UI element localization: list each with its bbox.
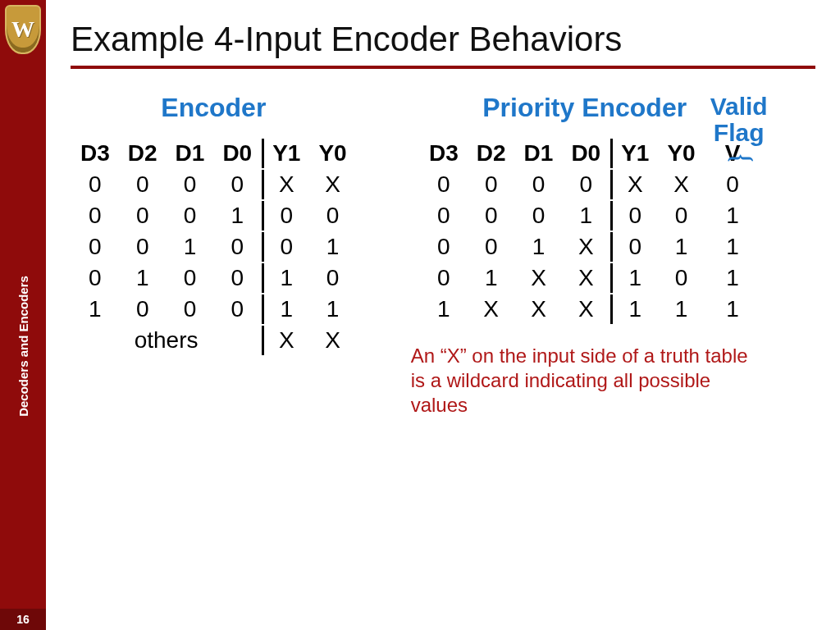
table-row: 0000XX (72, 170, 355, 199)
priority-title: Priority Encoder (482, 94, 687, 122)
col-d2: D2 (120, 139, 166, 168)
table-row: 001001 (72, 232, 355, 262)
valid-flag-label-group: Valid Flag ︷ (690, 94, 788, 162)
crest-letter: W (11, 16, 34, 43)
table-row: 0000XX0 (421, 170, 748, 199)
col-d3: D3 (421, 139, 467, 168)
col-y0: Y0 (310, 139, 354, 168)
table-header: D3 D2 D1 D0 Y1 Y0 (72, 139, 355, 168)
brace-icon: ︷ (690, 145, 788, 162)
col-d2: D2 (468, 139, 514, 168)
tables-row: Encoder D3 D2 D1 D0 Y1 Y0 0000XX 000100 … (71, 94, 815, 418)
table-row: 000100 (72, 201, 355, 231)
wildcard-note: An “X” on the input side of a truth tabl… (411, 344, 764, 418)
col-d0: D0 (563, 139, 609, 168)
col-y1: Y1 (262, 139, 308, 168)
col-d3: D3 (72, 139, 118, 168)
col-d1: D1 (516, 139, 562, 168)
col-y1: Y1 (610, 139, 657, 168)
priority-table: D3 D2 D1 D0 Y1 Y0 V 0000XX0 0001001 001X… (419, 137, 750, 326)
table-row-others: others X X (72, 326, 355, 355)
col-d0: D0 (214, 139, 260, 168)
others-label: others (72, 326, 260, 355)
page-number: 16 (0, 609, 46, 630)
table-row: 0001001 (421, 201, 748, 231)
table-row: 100011 (72, 294, 355, 324)
slide-content: Example 4-Input Encoder Behaviors Encode… (46, 0, 840, 630)
priority-encoder-block: Valid Flag ︷ Priority Encoder D3 D2 D1 D… (406, 94, 764, 418)
uw-crest-icon: W (5, 5, 41, 54)
title-divider (71, 66, 815, 69)
col-d1: D1 (167, 139, 213, 168)
table-row: 1XXX111 (421, 294, 748, 324)
table-row: 001X011 (421, 232, 748, 262)
encoder-block: Encoder D3 D2 D1 D0 Y1 Y0 0000XX 000100 … (71, 94, 357, 357)
slide-title: Example 4-Input Encoder Behaviors (71, 20, 815, 59)
encoder-title: Encoder (161, 94, 266, 122)
table-row: 01XX101 (421, 263, 748, 293)
sidebar: W Decoders and Encoders 16 (0, 0, 46, 630)
table-row: 010010 (72, 263, 355, 293)
sidebar-section-label: Decoders and Encoders (16, 276, 30, 418)
encoder-table: D3 D2 D1 D0 Y1 Y0 0000XX 000100 001001 0… (71, 137, 357, 357)
slide: W Decoders and Encoders 16 Example 4-Inp… (0, 0, 840, 630)
